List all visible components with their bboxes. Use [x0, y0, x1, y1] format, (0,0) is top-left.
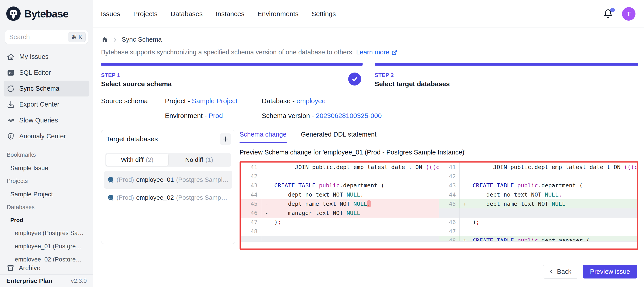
code-token: JOIN public.dept_emp_latest_date l ON	[274, 164, 426, 170]
search-box[interactable]: ⌘ K	[5, 30, 88, 44]
sidebar-item-employee_02-postgre-[interactable]: employee_02 (Postgre…	[15, 256, 93, 262]
diff-row: 47	[439, 227, 637, 236]
notifications-button[interactable]	[603, 9, 613, 19]
code-token: NULL	[346, 210, 360, 216]
nav-item-environments[interactable]: Environments	[258, 10, 298, 18]
step-1-completed-check	[348, 72, 361, 85]
sidebar-item-sql-editor[interactable]: SQL Editor	[4, 65, 90, 81]
topbar: IssuesProjectsDatabasesInstancesEnvironm…	[93, 0, 644, 28]
schema-version-link[interactable]: 20230628100325-000	[316, 112, 382, 119]
archive-box-icon	[7, 264, 14, 272]
database-link[interactable]: employee	[296, 97, 326, 105]
diff-line-number: 41	[439, 163, 460, 172]
code-token: )	[274, 219, 278, 226]
diff-code-line: JOIN public.dept_emp_latest_date l ON ((…	[261, 163, 439, 172]
code-token: .dept_manager (	[538, 237, 590, 241]
chevron-left-icon	[548, 268, 555, 275]
diff-row: 48+CREATE TABLE public.dept_manager (	[439, 236, 637, 241]
avatar[interactable]: T	[622, 7, 636, 20]
code-token: ,	[360, 191, 364, 198]
sidebar-item-sample-issue[interactable]: Sample Issue	[10, 165, 93, 172]
diff-pane-target[interactable]: 41 JOIN public.dept_emp_latest_date l ON…	[439, 163, 637, 241]
target-database-employee_01[interactable]: (Prod)employee_01(Postgres Sampl…	[104, 171, 232, 189]
footer-actions: Back Preview issue	[543, 265, 637, 279]
database-name: employee_02	[136, 194, 174, 201]
top-navigation: IssuesProjectsDatabasesInstancesEnvironm…	[101, 10, 336, 18]
sidebar-item-prod[interactable]: Prod	[10, 217, 93, 223]
nav-item-projects[interactable]: Projects	[133, 10, 158, 18]
diff-line-number: 42	[241, 172, 261, 181]
breadcrumb: Sync Schema	[101, 36, 638, 43]
diff-code-line: JOIN public.dept_emp_latest_date l ON ((…	[460, 163, 637, 172]
database-name: employee_01	[136, 176, 174, 183]
step-1[interactable]: STEP 1 Select source schema	[101, 63, 362, 88]
project-link[interactable]: Sample Project	[192, 97, 237, 105]
section-header-projects: Projects	[7, 178, 93, 185]
source-environment: Environment - Prod	[165, 112, 262, 120]
page-description: Bytebase supports synchronizing a specif…	[101, 48, 638, 56]
add-target-database-button[interactable]	[220, 133, 231, 145]
nav-item-instances[interactable]: Instances	[216, 10, 244, 18]
tab-no-diff[interactable]: No diff(1)	[168, 154, 230, 166]
code-token: CREATE TABLE	[472, 182, 518, 189]
diff-pane-source[interactable]: 41 JOIN public.dept_emp_latest_date l ON…	[241, 163, 439, 241]
diff-code-line: - dept_name text NOT NULL,	[261, 199, 439, 208]
description-text: Bytebase supports synchronizing a specif…	[101, 48, 354, 56]
sidebar-item-export-center[interactable]: Export Center	[4, 96, 90, 112]
code-token: dept_no text NOT	[472, 191, 545, 198]
postgres-icon	[107, 176, 114, 183]
home-icon[interactable]	[101, 36, 108, 43]
sidebar-item-anomaly-center[interactable]: Anomaly Center	[4, 128, 90, 144]
nav-item-settings[interactable]: Settings	[312, 10, 336, 18]
sidebar-footer: Enterprise Plan v2.3.0	[0, 275, 93, 287]
step-2[interactable]: STEP 2 Select target databases	[375, 63, 638, 88]
code-token: NULL	[353, 200, 367, 207]
code-token: dept_no text NOT	[274, 191, 346, 198]
target-database-employee_02[interactable]: (Prod)employee_02(Postgres Samp…	[104, 189, 232, 207]
environment-link[interactable]: Prod	[208, 112, 223, 119]
code-token: (((c	[426, 164, 439, 170]
step-1-title: Select source schema	[101, 80, 362, 88]
sidebar-item-employee_01-postgre-[interactable]: employee_01 (Postgre…	[15, 243, 93, 250]
tab-schema-change[interactable]: Schema change	[240, 131, 286, 143]
sidebar-item-archive[interactable]: Archive	[0, 262, 93, 275]
diff-row: 41 JOIN public.dept_emp_latest_date l ON…	[241, 163, 439, 172]
sidebar-item-sample-project[interactable]: Sample Project	[10, 191, 93, 198]
diff-line-number: 43	[241, 181, 261, 190]
diff-code-line	[460, 208, 637, 218]
database-instance: (Postgres Sampl…	[176, 176, 229, 183]
step-indicator: STEP 1 Select source schema STEP 2 Selec…	[101, 63, 638, 88]
brand-logo-row[interactable]: Bytebase	[0, 0, 93, 27]
diff-scrollbar-track-2[interactable]	[241, 245, 637, 249]
preview-tabs: Schema change Generated DDL statement	[240, 131, 638, 143]
search-input[interactable]	[9, 33, 68, 41]
sidebar-item-slow-queries[interactable]: Slow Queries	[4, 112, 90, 128]
sidebar-item-sync-schema[interactable]: Sync Schema	[4, 81, 90, 96]
workspace: Target databases With diff(2) No diff(1)…	[101, 130, 638, 250]
sidebar-item-my-issues[interactable]: My Issues	[4, 49, 90, 65]
code-token: (((c	[624, 164, 637, 170]
learn-more-link[interactable]: Learn more	[356, 48, 397, 56]
diff-code-line	[460, 227, 637, 236]
code-token: NULL	[545, 191, 558, 198]
external-link-icon	[391, 49, 398, 55]
diff-line-number: 48	[241, 227, 261, 236]
diff-scrollbar-track-1[interactable]	[241, 241, 637, 245]
diff-line-number: 45	[241, 199, 261, 208]
diff-row: 42	[241, 172, 439, 181]
diff-code-line: CREATE TABLE public.department (	[460, 181, 637, 190]
code-token: public	[518, 237, 538, 241]
diff-row: 44 dept_no text NOT NULL,	[439, 190, 637, 199]
diff-row: 41 JOIN public.dept_emp_latest_date l ON…	[439, 163, 637, 172]
diff-line-number: 44	[241, 190, 261, 199]
back-button[interactable]: Back	[543, 265, 578, 279]
tab-with-diff[interactable]: With diff(2)	[106, 154, 168, 166]
tab-generated-ddl[interactable]: Generated DDL statement	[301, 131, 376, 143]
preview-issue-button[interactable]: Preview issue	[583, 265, 637, 279]
nav-item-issues[interactable]: Issues	[101, 10, 120, 18]
home-icon	[7, 53, 15, 61]
step-2-progress-bar	[375, 63, 638, 66]
diff-row: 45+ dept_name text NOT NULL	[439, 199, 637, 208]
sidebar-item-employee-postgres-sa-[interactable]: employee (Postgres Sa…	[15, 230, 93, 237]
nav-item-databases[interactable]: Databases	[170, 10, 202, 18]
